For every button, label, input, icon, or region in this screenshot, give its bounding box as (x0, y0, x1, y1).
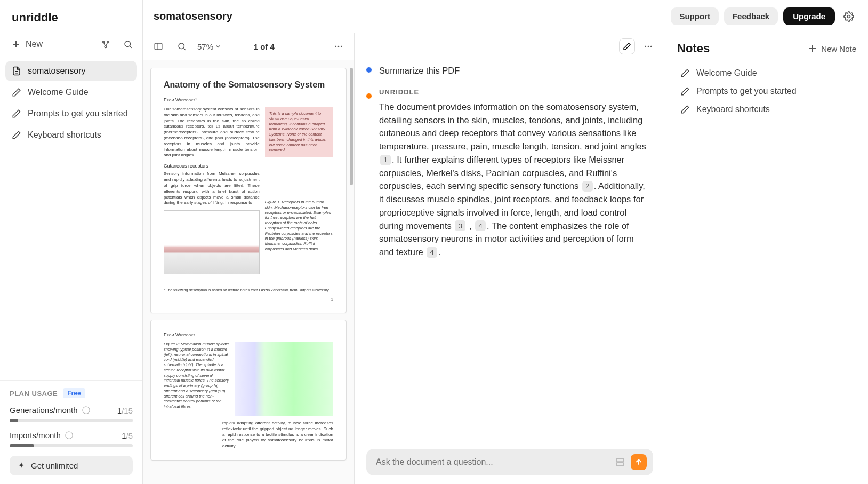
pdf-figure-caption: Figure 1: Receptors in the human skin: M… (265, 200, 333, 252)
pdf-page-subtitle: From Wikibooks (164, 332, 333, 337)
pdf-body-text: rapidly adapting afferent activity, musc… (164, 420, 333, 449)
plus-icon (808, 44, 817, 53)
plan-badge: Free (63, 388, 85, 398)
pdf-more-icon[interactable] (331, 38, 347, 54)
pdf-scrollbar[interactable] (350, 68, 353, 185)
svg-point-6 (179, 43, 184, 49)
sidebar-item-shortcuts[interactable]: Keyboard shortcuts (5, 125, 137, 145)
ai-dot-icon (366, 93, 372, 99)
topbar: somatosensory Support Feedback Upgrade (143, 0, 868, 33)
pdf-search-icon[interactable] (174, 38, 190, 54)
sidebar-item-label: Prompts to get you started (28, 109, 128, 118)
generations-bar (10, 419, 133, 422)
sidebar: unriddle New somatosensory (0, 0, 143, 484)
pdf-figure-caption: Figure 2: Mammalian muscle spindle showi… (164, 342, 229, 409)
sidebar-item-prompts[interactable]: Prompts to get you started (5, 104, 137, 124)
user-dot-icon (366, 67, 372, 73)
feedback-button[interactable]: Feedback (724, 7, 778, 25)
user-message-text: Summarize this PDF (379, 64, 650, 77)
new-note-label: New Note (821, 44, 856, 53)
note-item-shortcuts[interactable]: Keyboard shortcuts (677, 100, 856, 118)
logo: unriddle (0, 0, 142, 31)
svg-rect-14 (616, 463, 623, 466)
arrow-up-icon (634, 458, 643, 466)
pdf-figure-2 (235, 342, 333, 416)
plan-usage-label: PLAN USAGE (10, 390, 58, 398)
sidebar-search-icon[interactable] (120, 36, 136, 52)
note-item-label: Prompts to get you started (696, 86, 797, 96)
pencil-icon (12, 109, 21, 118)
new-button-label: New (26, 39, 43, 49)
chevron-down-icon (214, 43, 222, 50)
pdf-page-title: Anatomy of the Somatosensory System (164, 80, 333, 90)
support-button[interactable]: Support (671, 7, 719, 25)
info-icon[interactable]: ⓘ (65, 431, 73, 440)
sidebar-toggle-icon[interactable] (150, 38, 166, 54)
citation-badge[interactable]: 4 (427, 247, 437, 258)
graph-icon[interactable] (98, 36, 114, 52)
page-indicator: 1 of 4 (254, 42, 275, 51)
pdf-viewer: 57% 1 of 4 Anatomy of the Somatosensory … (143, 33, 355, 484)
chat-input-box (366, 449, 653, 475)
get-unlimited-label: Get unlimited (31, 461, 78, 470)
citation-badge[interactable]: 4 (475, 220, 486, 231)
send-button[interactable] (631, 454, 647, 470)
note-item-welcome-guide[interactable]: Welcome Guide (677, 64, 856, 82)
pdf-scroll-area[interactable]: Anatomy of the Somatosensory System From… (143, 60, 354, 484)
upgrade-button[interactable]: Upgrade (783, 7, 835, 25)
ai-message-text: The document provides information on the… (379, 100, 650, 259)
svg-point-10 (645, 46, 646, 47)
svg-point-0 (102, 41, 105, 43)
note-item-label: Keyboard shortcuts (696, 105, 770, 114)
pdf-page: Anatomy of the Somatosensory System From… (150, 68, 347, 313)
svg-point-7 (335, 46, 336, 47)
imports-label: Imports/month ⓘ (10, 431, 73, 441)
sparkle-icon (17, 462, 26, 470)
ai-label: UNRIDDLE (379, 88, 650, 96)
pdf-footnote: ¹ The following description is based on … (164, 288, 333, 292)
pencil-icon (680, 68, 690, 78)
zoom-dropdown[interactable]: 57% (197, 42, 222, 51)
svg-point-9 (341, 46, 342, 47)
pdf-page-subtitle: From Wikibooks¹ (164, 97, 333, 102)
pencil-icon (680, 105, 690, 114)
edit-icon[interactable] (619, 38, 635, 54)
svg-point-3 (125, 41, 131, 47)
svg-rect-5 (155, 43, 162, 50)
settings-icon[interactable] (840, 8, 857, 25)
pencil-icon (12, 88, 21, 97)
pdf-intro-text: Our somatosensory system consists of sen… (164, 107, 260, 158)
notes-panel: Notes New Note Welcome Guide Prompts to … (665, 33, 868, 484)
citation-badge[interactable]: 3 (455, 220, 465, 231)
info-icon[interactable]: ⓘ (82, 406, 90, 415)
sidebar-item-label: Welcome Guide (28, 88, 89, 97)
svg-rect-13 (616, 458, 623, 462)
imports-bar (10, 444, 133, 447)
pdf-figure-1 (164, 210, 260, 274)
new-button[interactable]: New (6, 35, 48, 53)
note-item-prompts[interactable]: Prompts to get you started (677, 82, 856, 100)
svg-point-2 (105, 46, 107, 48)
get-unlimited-button[interactable]: Get unlimited (10, 456, 133, 475)
pdf-sample-note: This is a sample document to showcase pa… (265, 107, 333, 157)
chat-scroll-area[interactable]: Summarize this PDF UNRIDDLE The document… (355, 60, 665, 442)
chat-more-icon[interactable] (640, 38, 656, 54)
sidebar-item-welcome-guide[interactable]: Welcome Guide (5, 82, 137, 102)
document-title[interactable]: somatosensory (154, 10, 232, 22)
sidebar-item-label: somatosensory (28, 66, 86, 76)
generations-label: Generations/month ⓘ (10, 406, 90, 416)
imports-max: /5 (126, 431, 133, 440)
layout-icon[interactable] (615, 457, 625, 467)
sidebar-plan-section: PLAN USAGE Free Generations/month ⓘ 1/15… (0, 380, 142, 484)
pdf-page: From Wikibooks Figure 2: Mammalian muscl… (150, 320, 347, 461)
pdf-page-number: 1 (164, 297, 333, 302)
user-message: Summarize this PDF (366, 62, 650, 77)
generations-used: 1 (117, 406, 122, 415)
sidebar-item-somatosensory[interactable]: somatosensory (5, 61, 137, 81)
new-note-button[interactable]: New Note (808, 44, 856, 53)
note-item-label: Welcome Guide (696, 68, 757, 78)
chat-input[interactable] (376, 457, 609, 467)
document-icon (12, 66, 21, 76)
citation-badge[interactable]: 2 (582, 181, 593, 192)
citation-badge[interactable]: 1 (380, 155, 391, 165)
